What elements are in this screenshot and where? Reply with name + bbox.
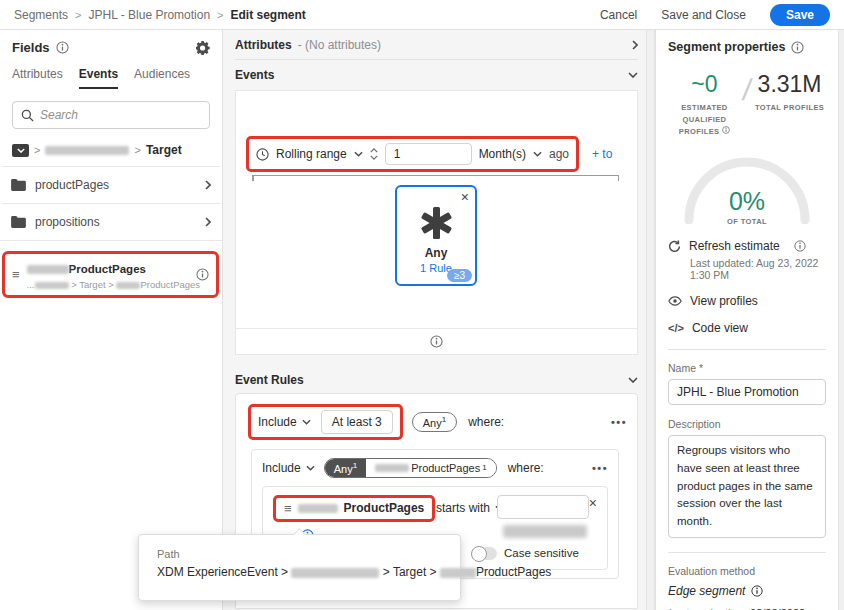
tooltip-title: Path	[157, 548, 442, 560]
view-profiles-label: View profiles	[690, 294, 758, 308]
chevron-right-icon[interactable]	[205, 180, 211, 190]
schema-current-node[interactable]: Target	[146, 143, 182, 157]
middle-scrollbar[interactable]	[646, 30, 655, 610]
redacted-path-part	[116, 282, 140, 289]
events-canvas: Rolling range Month(s) ago + to ×	[235, 90, 638, 355]
events-section-header[interactable]: Events	[235, 60, 638, 90]
drag-handle-icon[interactable]: ≡	[12, 267, 20, 282]
segment-name-input[interactable]	[668, 379, 826, 405]
schema-separator: >	[134, 144, 140, 156]
include-dropdown[interactable]: Include	[262, 461, 315, 475]
info-icon[interactable]	[751, 585, 763, 597]
range-unit-dropdown[interactable]: Month(s)	[479, 147, 526, 161]
redacted-schema-name	[45, 146, 129, 155]
refresh-estimate-action[interactable]: Refresh estimate	[668, 239, 826, 253]
qualified-gauge: 0% OF TOTAL	[681, 154, 813, 226]
gauge-text: 0% OF TOTAL	[681, 187, 813, 226]
attributes-title: Attributes	[235, 38, 292, 52]
fields-header: Fields	[0, 30, 222, 55]
count-selector[interactable]: At least 3	[321, 410, 393, 434]
events-title: Events	[235, 68, 274, 82]
chevron-right-icon[interactable]	[205, 217, 211, 227]
operator-dropdown[interactable]: starts with	[436, 501, 504, 515]
tab-attributes[interactable]: Attributes	[12, 67, 63, 89]
info-icon[interactable]	[722, 126, 730, 134]
value-stepper[interactable]	[370, 148, 378, 160]
breadcrumb-segment-name[interactable]: JPHL - Blue Promotion	[88, 8, 210, 22]
redacted-prefix	[27, 265, 69, 274]
info-icon[interactable]	[56, 41, 69, 54]
count-badge: ≥3	[447, 269, 472, 282]
info-icon[interactable]	[794, 240, 806, 252]
segment-description-textarea[interactable]: Regroups visitors who have seen at least…	[668, 435, 826, 538]
segment-properties-panel: Segment properties ~0 ESTIMATED QUALIFIE…	[655, 30, 838, 610]
condition-value-input[interactable]	[497, 495, 589, 519]
save-button[interactable]: Save	[770, 4, 830, 26]
tab-audiences[interactable]: Audiences	[134, 67, 190, 89]
view-profiles-action[interactable]: View profiles	[668, 294, 826, 308]
case-sensitive-row: Case sensitive	[471, 547, 579, 560]
breadcrumb-segments[interactable]: Segments	[14, 8, 68, 22]
close-icon[interactable]: ×	[461, 189, 469, 205]
include-dropdown[interactable]: Include	[258, 415, 311, 429]
chevron-down-icon[interactable]	[628, 72, 638, 78]
refresh-estimate-label: Refresh estimate	[689, 239, 780, 253]
metrics-divider: /	[740, 73, 753, 107]
any-card-title: Any	[397, 246, 475, 260]
folder-icon	[11, 179, 26, 191]
search-input[interactable]	[40, 108, 201, 122]
name-label: Name *	[668, 362, 826, 374]
case-sensitive-toggle[interactable]	[471, 547, 497, 560]
clock-icon	[256, 148, 269, 161]
field-tree: productPages propositions	[0, 166, 222, 241]
field-chip-highlighted[interactable]: ≡ ProductPages	[273, 495, 435, 522]
chevron-right-icon[interactable]	[632, 40, 638, 50]
info-icon[interactable]	[430, 335, 443, 348]
top-bar: Segments > JPHL - Blue Promotion > Edit …	[0, 0, 844, 30]
event-rules-title: Event Rules	[235, 373, 304, 387]
chevron-down-icon[interactable]	[628, 377, 638, 383]
field-item-productpages-highlighted[interactable]: ≡ ProductPages ... > Target > ProductPag…	[2, 251, 219, 298]
code-view-action[interactable]: </> Code view	[668, 321, 826, 335]
cancel-button[interactable]: Cancel	[600, 8, 637, 22]
tab-events[interactable]: Events	[79, 67, 118, 89]
right-scrollbar[interactable]	[838, 30, 844, 610]
range-type-dropdown[interactable]: Rolling range	[276, 147, 347, 161]
where-label: where:	[508, 461, 544, 475]
gear-icon[interactable]	[196, 41, 210, 55]
total-value: 3.31M	[753, 71, 826, 98]
pill-field-segment: ProductPages1	[366, 459, 496, 477]
profile-metrics: ~0 ESTIMATED QUALIFIED PROFILES / 3.31M …	[668, 71, 826, 138]
tree-folder-productpages[interactable]: productPages	[2, 166, 220, 203]
include-count-group-highlighted: Include At least 3	[248, 404, 403, 440]
redacted-value-suggestion	[503, 525, 587, 538]
evaluation-method-label: Evaluation method	[668, 565, 826, 577]
segment-builder-app: Segments > JPHL - Blue Promotion > Edit …	[0, 0, 844, 610]
breadcrumb-current-page: Edit segment	[231, 8, 306, 22]
fields-tabs: Attributes Events Audiences	[0, 55, 222, 89]
time-range-toolbar-highlighted: Rolling range Month(s) ago	[246, 136, 579, 172]
info-icon[interactable]	[196, 268, 209, 281]
timeline-axis	[252, 175, 619, 181]
close-icon[interactable]: ×	[589, 495, 597, 511]
fields-sidebar: Fields Attributes Events Audiences >	[0, 30, 223, 610]
info-icon[interactable]	[791, 41, 804, 54]
case-sensitive-label: Case sensitive	[504, 547, 579, 559]
chevron-down-icon[interactable]	[354, 151, 363, 157]
schema-selector-icon[interactable]	[12, 144, 29, 157]
more-menu-icon[interactable]: •••	[592, 462, 608, 474]
more-menu-icon[interactable]: •••	[611, 416, 627, 428]
any-event-asterisk-icon	[420, 207, 452, 239]
attributes-section-header[interactable]: Attributes - (No attributes)	[235, 30, 638, 60]
ago-label: ago	[549, 147, 569, 161]
tree-folder-propositions[interactable]: propositions	[2, 203, 220, 240]
range-value-input[interactable]	[385, 143, 472, 165]
builder-canvas-panel: Attributes - (No attributes) Events Roll…	[223, 30, 646, 610]
add-to-link[interactable]: + to	[592, 147, 612, 161]
total-profiles-metric: 3.31M TOTAL PROFILES	[753, 71, 826, 114]
save-and-close-button[interactable]: Save and Close	[661, 8, 746, 22]
last-updated-text: Last updated: Aug 23, 2022 1:30 PM	[690, 257, 826, 281]
chevron-down-icon[interactable]	[533, 151, 542, 157]
any-event-card[interactable]: × Any 1 Rule ≥3	[395, 185, 477, 286]
event-rules-header[interactable]: Event Rules	[235, 367, 638, 393]
